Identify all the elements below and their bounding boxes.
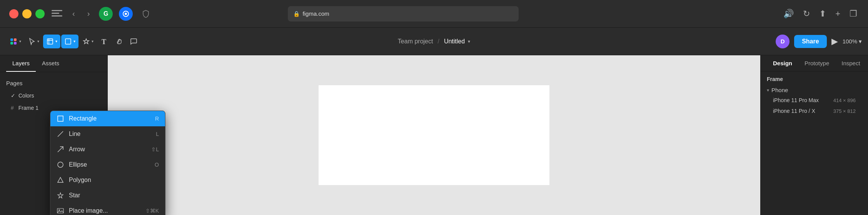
svg-line-12 <box>58 131 63 137</box>
layers-tab[interactable]: Layers <box>6 55 36 72</box>
polygon-label: Polygon <box>69 177 91 184</box>
move-tool-chevron: ▾ <box>37 39 39 43</box>
left-tool-group: ▾ ▾ ▾ ▾ <box>6 34 140 49</box>
main-menu-chevron: ▾ <box>19 39 21 43</box>
phone-group-header[interactable]: ▾ Phone <box>767 85 862 95</box>
file-dropdown-arrow[interactable]: ▾ <box>468 39 470 44</box>
arrow-option[interactable]: Arrow ⇧L <box>50 142 165 157</box>
svg-rect-9 <box>65 39 71 44</box>
svg-point-1 <box>125 13 127 15</box>
forward-button[interactable]: › <box>84 8 93 20</box>
place-image-label: Place image... <box>69 207 108 214</box>
iphone11promax-size: 414 × 896 <box>833 98 856 103</box>
iphone11prox-size: 375 × 812 <box>833 108 856 114</box>
browser-actions: 🔊 ↻ ⬆ + ❐ <box>782 7 859 20</box>
arrow-shortcut: ⇧L <box>151 146 159 152</box>
hash-icon: # <box>11 105 14 111</box>
pen-tool-button[interactable]: ▾ <box>79 35 97 48</box>
prototype-tab[interactable]: Prototype <box>798 55 835 71</box>
frame-tool-chevron: ▾ <box>55 39 57 43</box>
place-image-shortcut: ⇧⌘K <box>145 208 159 214</box>
star-icon <box>57 192 64 199</box>
phone-group-arrow: ▾ <box>767 88 769 93</box>
svg-marker-15 <box>58 177 63 182</box>
iphone11prox-item[interactable]: iPhone 11 Pro / X 375 × 812 <box>767 106 862 116</box>
svg-point-18 <box>59 210 60 211</box>
hand-tool-button[interactable] <box>112 35 126 48</box>
refresh-button[interactable]: ↻ <box>801 7 811 20</box>
phone-group-label: Phone <box>771 87 788 93</box>
move-tool-button[interactable]: ▾ <box>25 35 42 48</box>
traffic-lights <box>9 9 45 18</box>
browser-chrome: ‹ › G 🔒 figma.com 🔊 ↻ ⬆ + ❐ <box>0 0 868 28</box>
polygon-icon <box>57 176 64 184</box>
back-button[interactable]: ‹ <box>69 8 78 20</box>
iphone11prox-name: iPhone 11 Pro / X <box>773 108 815 114</box>
svg-rect-2 <box>10 38 13 41</box>
share-browser-button[interactable]: ⬆ <box>818 7 828 20</box>
rectangle-label: Rectangle <box>69 115 97 122</box>
onepassword-button[interactable] <box>119 7 133 21</box>
shape-tool-button[interactable]: ▾ <box>61 35 78 48</box>
rectangle-option[interactable]: Rectangle R <box>50 111 165 126</box>
svg-marker-16 <box>58 193 63 198</box>
line-shortcut: L <box>156 131 159 137</box>
pages-label: Pages <box>6 80 23 86</box>
ellipse-icon <box>57 161 64 169</box>
frame1-page-label: Frame 1 <box>18 105 38 111</box>
address-bar[interactable]: 🔒 figma.com <box>288 6 519 22</box>
play-button[interactable]: ▶ <box>831 36 838 46</box>
phone-frame-group: ▾ Phone iPhone 11 Pro Max 414 × 896 iPho… <box>767 85 862 116</box>
close-button[interactable] <box>9 9 18 18</box>
svg-line-13 <box>58 147 63 152</box>
svg-rect-17 <box>57 208 63 213</box>
share-button[interactable]: Share <box>794 35 826 48</box>
project-name: Team project <box>398 38 433 45</box>
grammarly-button[interactable]: G <box>99 7 113 21</box>
assets-tab[interactable]: Assets <box>36 55 65 72</box>
ellipse-option[interactable]: Ellipse O <box>50 157 165 172</box>
minimize-button[interactable] <box>22 9 32 18</box>
rectangle-icon <box>57 115 64 122</box>
colors-page-item[interactable]: ✓ Colors <box>6 89 101 102</box>
canvas-area[interactable] <box>108 55 760 215</box>
arrow-label: Arrow <box>69 146 85 153</box>
line-option[interactable]: Line L <box>50 126 165 142</box>
shape-dropdown: Rectangle R Line L <box>50 111 165 215</box>
avatar[interactable]: D <box>776 35 790 48</box>
tabs-button[interactable]: ❐ <box>848 7 859 20</box>
ellipse-shortcut: O <box>155 162 159 168</box>
line-icon <box>57 130 64 138</box>
toolbar-center: Team project / Untitled ▾ <box>398 38 470 45</box>
add-tab-button[interactable]: + <box>834 7 842 20</box>
ellipse-label: Ellipse <box>69 161 87 168</box>
main-menu-button[interactable]: ▾ <box>6 34 24 49</box>
star-option[interactable]: Star <box>50 188 165 203</box>
canvas-frame <box>319 85 549 185</box>
sidebar-toggle-button[interactable] <box>51 9 63 18</box>
place-image-option[interactable]: Place image... ⇧⌘K <box>50 203 165 215</box>
frame-tool-button[interactable]: ▾ <box>43 35 60 48</box>
star-label: Star <box>69 192 80 199</box>
pen-tool-chevron: ▾ <box>92 39 93 43</box>
svg-rect-4 <box>10 42 13 45</box>
colors-page-label: Colors <box>18 93 34 99</box>
shield-button[interactable] <box>139 7 153 21</box>
right-panel-tabs: Design Prototype Inspect <box>761 55 868 71</box>
text-tool-button[interactable]: T <box>97 35 111 48</box>
design-tab[interactable]: Design <box>767 55 798 71</box>
polygon-option[interactable]: Polygon <box>50 172 165 188</box>
zoom-control[interactable]: 100% ▾ <box>843 38 862 45</box>
pages-header[interactable]: Pages <box>6 77 101 89</box>
iphone11promax-item[interactable]: iPhone 11 Pro Max 414 × 896 <box>767 95 862 106</box>
right-panel: Design Prototype Inspect Frame ▾ Phone i… <box>760 55 868 215</box>
frame-properties-section: Frame ▾ Phone iPhone 11 Pro Max 414 × 89… <box>761 71 868 124</box>
figma-toolbar: ▾ ▾ ▾ ▾ <box>0 28 868 55</box>
toolbar-right: D Share ▶ 100% ▾ <box>776 35 862 48</box>
comment-tool-button[interactable] <box>127 35 140 48</box>
path-separator: / <box>437 38 439 45</box>
inspect-tab[interactable]: Inspect <box>835 55 866 71</box>
maximize-button[interactable] <box>35 9 45 18</box>
svg-rect-6 <box>47 39 53 44</box>
volume-icon[interactable]: 🔊 <box>782 7 795 20</box>
